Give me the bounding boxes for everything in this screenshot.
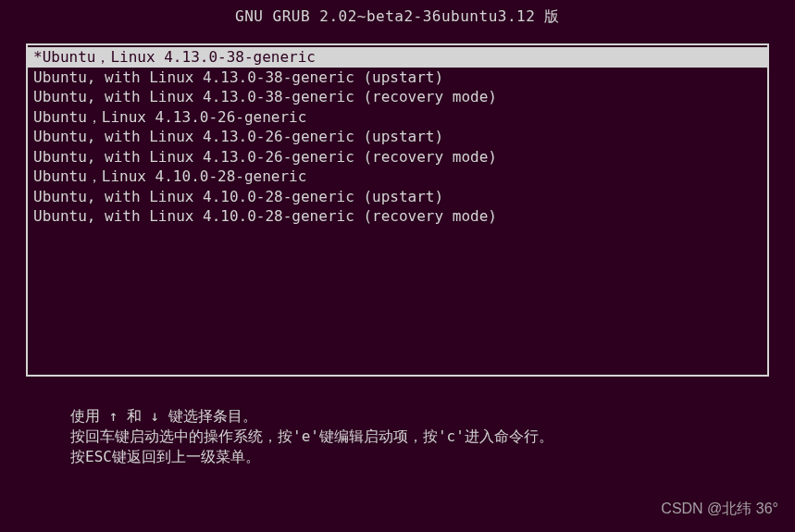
menu-item-3[interactable]: Ubuntu，Linux 4.13.0-26-generic: [28, 107, 767, 128]
help-line-2: 按回车键启动选中的操作系统，按'e'键编辑启动项，按'c'进入命令行。: [70, 427, 725, 447]
grub-title: GNU GRUB 2.02~beta2-36ubuntu3.12 版: [235, 7, 560, 25]
boot-menu[interactable]: *Ubuntu，Linux 4.13.0-38-generic Ubuntu, …: [26, 43, 769, 377]
menu-item-7[interactable]: Ubuntu, with Linux 4.10.0-28-generic (up…: [28, 187, 767, 207]
help-line-3: 按ESC键返回到上一级菜单。: [70, 447, 725, 467]
watermark-text: CSDN @北纬 36°: [661, 501, 778, 516]
help-text: 使用 ↑ 和 ↓ 键选择条目。 按回车键启动选中的操作系统，按'e'键编辑启动项…: [70, 406, 725, 467]
help-line-1: 使用 ↑ 和 ↓ 键选择条目。: [70, 406, 725, 427]
menu-item-6[interactable]: Ubuntu，Linux 4.10.0-28-generic: [28, 167, 767, 187]
grub-header: GNU GRUB 2.02~beta2-36ubuntu3.12 版: [0, 0, 795, 43]
watermark: CSDN @北纬 36°: [661, 500, 778, 519]
menu-item-5[interactable]: Ubuntu, with Linux 4.13.0-26-generic (re…: [28, 147, 767, 167]
menu-item-0[interactable]: *Ubuntu，Linux 4.13.0-38-generic: [28, 47, 767, 68]
menu-item-1[interactable]: Ubuntu, with Linux 4.13.0-38-generic (up…: [28, 68, 767, 88]
menu-item-4[interactable]: Ubuntu, with Linux 4.13.0-26-generic (up…: [28, 127, 767, 147]
menu-item-8[interactable]: Ubuntu, with Linux 4.10.0-28-generic (re…: [28, 206, 767, 227]
menu-item-2[interactable]: Ubuntu, with Linux 4.13.0-38-generic (re…: [28, 87, 767, 107]
